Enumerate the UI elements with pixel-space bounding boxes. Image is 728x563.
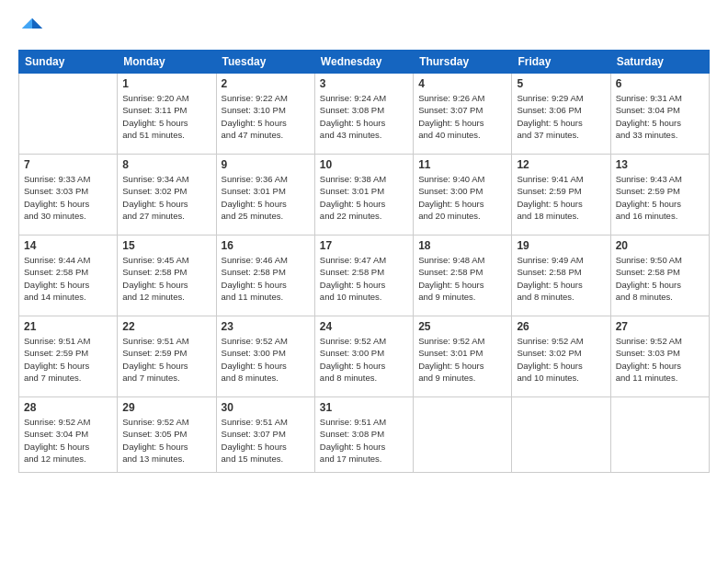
day-number: 1 — [122, 77, 210, 90]
cell-1-4: 11Sunrise: 9:40 AM Sunset: 3:00 PM Dayli… — [414, 155, 512, 236]
day-number: 17 — [320, 239, 408, 252]
cell-4-2: 30Sunrise: 9:51 AM Sunset: 3:07 PM Dayli… — [216, 397, 314, 473]
day-number: 8 — [122, 158, 210, 171]
cell-4-6 — [610, 397, 709, 473]
day-number: 29 — [122, 401, 210, 414]
day-number: 11 — [418, 158, 506, 171]
day-number: 10 — [320, 158, 408, 171]
day-number: 19 — [517, 239, 605, 252]
day-number: 30 — [222, 401, 310, 414]
calendar-header: SundayMondayTuesdayWednesdayThursdayFrid… — [19, 51, 710, 74]
week-row-4: 28Sunrise: 9:52 AM Sunset: 3:04 PM Dayli… — [19, 397, 710, 473]
day-number: 24 — [320, 320, 408, 333]
day-info: Sunrise: 9:31 AM Sunset: 3:04 PM Dayligh… — [616, 92, 704, 141]
cell-4-3: 31Sunrise: 9:51 AM Sunset: 3:08 PM Dayli… — [314, 397, 413, 473]
page: SundayMondayTuesdayWednesdayThursdayFrid… — [0, 0, 728, 563]
cell-4-1: 29Sunrise: 9:52 AM Sunset: 3:05 PM Dayli… — [118, 397, 216, 473]
cell-1-6: 13Sunrise: 9:43 AM Sunset: 2:59 PM Dayli… — [610, 155, 709, 236]
day-number: 28 — [24, 401, 112, 414]
day-number: 3 — [320, 77, 408, 90]
cell-3-3: 24Sunrise: 9:52 AM Sunset: 3:00 PM Dayli… — [314, 316, 413, 397]
day-info: Sunrise: 9:43 AM Sunset: 2:59 PM Dayligh… — [616, 173, 704, 222]
calendar: SundayMondayTuesdayWednesdayThursdayFrid… — [18, 50, 710, 473]
day-number: 2 — [222, 77, 310, 90]
day-number: 5 — [517, 77, 605, 90]
day-number: 16 — [222, 239, 310, 252]
day-number: 23 — [222, 320, 310, 333]
header-cell-wednesday: Wednesday — [314, 51, 413, 74]
header-row: SundayMondayTuesdayWednesdayThursdayFrid… — [19, 51, 710, 74]
cell-0-1: 1Sunrise: 9:20 AM Sunset: 3:11 PM Daylig… — [118, 74, 216, 155]
day-info: Sunrise: 9:41 AM Sunset: 2:59 PM Dayligh… — [517, 173, 605, 222]
day-info: Sunrise: 9:48 AM Sunset: 2:58 PM Dayligh… — [418, 254, 506, 303]
day-info: Sunrise: 9:22 AM Sunset: 3:10 PM Dayligh… — [222, 92, 310, 141]
day-info: Sunrise: 9:44 AM Sunset: 2:58 PM Dayligh… — [24, 254, 112, 303]
day-info: Sunrise: 9:33 AM Sunset: 3:03 PM Dayligh… — [24, 173, 112, 222]
day-info: Sunrise: 9:51 AM Sunset: 3:07 PM Dayligh… — [222, 416, 310, 465]
day-number: 18 — [418, 239, 506, 252]
logo — [18, 15, 50, 42]
cell-3-5: 26Sunrise: 9:52 AM Sunset: 3:02 PM Dayli… — [512, 316, 610, 397]
day-number: 7 — [24, 158, 112, 171]
day-number: 20 — [616, 239, 704, 252]
cell-3-0: 21Sunrise: 9:51 AM Sunset: 2:59 PM Dayli… — [19, 316, 118, 397]
svg-marker-0 — [32, 18, 42, 29]
cell-3-2: 23Sunrise: 9:52 AM Sunset: 3:00 PM Dayli… — [216, 316, 314, 397]
day-info: Sunrise: 9:51 AM Sunset: 2:59 PM Dayligh… — [122, 335, 210, 384]
day-info: Sunrise: 9:47 AM Sunset: 2:58 PM Dayligh… — [320, 254, 408, 303]
day-number: 26 — [517, 320, 605, 333]
day-info: Sunrise: 9:46 AM Sunset: 2:58 PM Dayligh… — [222, 254, 310, 303]
day-info: Sunrise: 9:24 AM Sunset: 3:08 PM Dayligh… — [320, 92, 408, 141]
day-info: Sunrise: 9:52 AM Sunset: 3:00 PM Dayligh… — [222, 335, 310, 384]
day-info: Sunrise: 9:52 AM Sunset: 3:05 PM Dayligh… — [122, 416, 210, 465]
day-info: Sunrise: 9:40 AM Sunset: 3:00 PM Dayligh… — [418, 173, 506, 222]
cell-0-2: 2Sunrise: 9:22 AM Sunset: 3:10 PM Daylig… — [216, 74, 314, 155]
day-info: Sunrise: 9:29 AM Sunset: 3:06 PM Dayligh… — [517, 92, 605, 141]
day-number: 21 — [24, 320, 112, 333]
day-info: Sunrise: 9:51 AM Sunset: 2:59 PM Dayligh… — [24, 335, 112, 384]
cell-0-5: 5Sunrise: 9:29 AM Sunset: 3:06 PM Daylig… — [512, 74, 610, 155]
cell-4-4 — [414, 397, 512, 473]
cell-3-6: 27Sunrise: 9:52 AM Sunset: 3:03 PM Dayli… — [610, 316, 709, 397]
day-number: 13 — [616, 158, 704, 171]
day-info: Sunrise: 9:49 AM Sunset: 2:58 PM Dayligh… — [517, 254, 605, 303]
day-info: Sunrise: 9:36 AM Sunset: 3:01 PM Dayligh… — [222, 173, 310, 222]
cell-0-4: 4Sunrise: 9:26 AM Sunset: 3:07 PM Daylig… — [414, 74, 512, 155]
cell-1-5: 12Sunrise: 9:41 AM Sunset: 2:59 PM Dayli… — [512, 155, 610, 236]
logo-icon — [18, 15, 46, 42]
cell-2-2: 16Sunrise: 9:46 AM Sunset: 2:58 PM Dayli… — [216, 236, 314, 316]
day-info: Sunrise: 9:38 AM Sunset: 3:01 PM Dayligh… — [320, 173, 408, 222]
day-info: Sunrise: 9:26 AM Sunset: 3:07 PM Dayligh… — [418, 92, 506, 141]
cell-4-0: 28Sunrise: 9:52 AM Sunset: 3:04 PM Dayli… — [19, 397, 118, 473]
cell-1-2: 9Sunrise: 9:36 AM Sunset: 3:01 PM Daylig… — [216, 155, 314, 236]
day-info: Sunrise: 9:52 AM Sunset: 3:01 PM Dayligh… — [418, 335, 506, 384]
svg-marker-1 — [22, 18, 32, 29]
cell-2-5: 19Sunrise: 9:49 AM Sunset: 2:58 PM Dayli… — [512, 236, 610, 316]
header-cell-thursday: Thursday — [414, 51, 512, 74]
week-row-3: 21Sunrise: 9:51 AM Sunset: 2:59 PM Dayli… — [19, 316, 710, 397]
week-row-0: 1Sunrise: 9:20 AM Sunset: 3:11 PM Daylig… — [19, 74, 710, 155]
day-number: 4 — [418, 77, 506, 90]
day-number: 31 — [320, 401, 408, 414]
day-info: Sunrise: 9:50 AM Sunset: 2:58 PM Dayligh… — [616, 254, 704, 303]
cell-0-3: 3Sunrise: 9:24 AM Sunset: 3:08 PM Daylig… — [314, 74, 413, 155]
day-info: Sunrise: 9:52 AM Sunset: 3:02 PM Dayligh… — [517, 335, 605, 384]
cell-1-1: 8Sunrise: 9:34 AM Sunset: 3:02 PM Daylig… — [118, 155, 216, 236]
header — [18, 15, 710, 42]
day-info: Sunrise: 9:52 AM Sunset: 3:04 PM Dayligh… — [24, 416, 112, 465]
day-number: 27 — [616, 320, 704, 333]
day-number: 25 — [418, 320, 506, 333]
day-info: Sunrise: 9:52 AM Sunset: 3:03 PM Dayligh… — [616, 335, 704, 384]
header-cell-monday: Monday — [118, 51, 216, 74]
cell-2-0: 14Sunrise: 9:44 AM Sunset: 2:58 PM Dayli… — [19, 236, 118, 316]
cell-1-0: 7Sunrise: 9:33 AM Sunset: 3:03 PM Daylig… — [19, 155, 118, 236]
day-info: Sunrise: 9:34 AM Sunset: 3:02 PM Dayligh… — [122, 173, 210, 222]
day-number: 15 — [122, 239, 210, 252]
header-cell-saturday: Saturday — [610, 51, 709, 74]
day-number: 6 — [616, 77, 704, 90]
day-info: Sunrise: 9:51 AM Sunset: 3:08 PM Dayligh… — [320, 416, 408, 465]
cell-3-4: 25Sunrise: 9:52 AM Sunset: 3:01 PM Dayli… — [414, 316, 512, 397]
day-info: Sunrise: 9:52 AM Sunset: 3:00 PM Dayligh… — [320, 335, 408, 384]
cell-4-5 — [512, 397, 610, 473]
cell-0-0 — [19, 74, 118, 155]
